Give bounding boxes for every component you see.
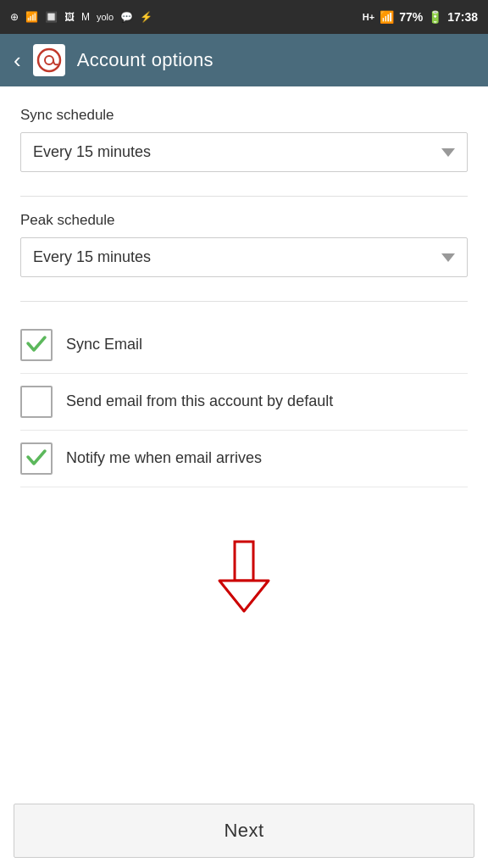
peak-schedule-value: Every 15 minutes <box>33 248 151 266</box>
peak-schedule-chevron-icon <box>441 253 455 262</box>
peak-schedule-section: Peak schedule Every 15 minutes <box>20 212 468 277</box>
send-default-label: Send email from this account by default <box>66 392 333 411</box>
sync-schedule-label: Sync schedule <box>20 107 468 124</box>
status-bar: ⊕ 📶 🔲 🖼 M yolo 💬 ⚡ H+ 📶 77% 🔋 17:38 <box>0 0 488 34</box>
divider-2 <box>20 301 468 302</box>
gmail-icon: M <box>81 11 90 23</box>
notify-email-row[interactable]: Notify me when email arrives <box>20 431 468 487</box>
whatsapp-icon: 💬 <box>120 11 133 23</box>
toolbar: ‹ Account options <box>0 34 488 86</box>
wifi-icon: 📶 <box>25 11 38 23</box>
page-title: Account options <box>77 49 214 71</box>
main-content: Sync schedule Every 15 minutes Peak sche… <box>0 86 488 615</box>
sync-schedule-dropdown[interactable]: Every 15 minutes <box>20 132 468 172</box>
down-arrow-icon <box>214 538 274 615</box>
battery-icon: 🔋 <box>428 10 442 24</box>
next-button-wrap: Next <box>0 797 488 868</box>
image-icon: 🖼 <box>64 11 75 23</box>
sync-email-checkmark-icon <box>25 331 48 359</box>
arrow-annotation <box>20 538 468 615</box>
yolo-icon: yolo <box>97 12 114 22</box>
svg-point-1 <box>45 56 53 64</box>
bluetooth-icon: ⚡ <box>140 11 152 23</box>
peak-schedule-label: Peak schedule <box>20 212 468 229</box>
peak-schedule-dropdown[interactable]: Every 15 minutes <box>20 237 468 277</box>
next-button[interactable]: Next <box>14 804 474 858</box>
send-default-row[interactable]: Send email from this account by default <box>20 374 468 431</box>
back-button[interactable]: ‹ <box>14 49 21 71</box>
sync-schedule-section: Sync schedule Every 15 minutes <box>20 107 468 172</box>
divider-1 <box>20 196 468 197</box>
svg-rect-2 <box>235 542 253 581</box>
email-at-icon <box>36 47 62 73</box>
notification-1-icon: 🔲 <box>45 11 58 23</box>
notify-email-checkmark-icon <box>25 445 48 472</box>
network-type-icon: H+ <box>363 12 374 22</box>
svg-point-0 <box>38 49 60 71</box>
sync-schedule-value: Every 15 minutes <box>33 143 151 161</box>
svg-marker-3 <box>219 581 269 611</box>
account-icon-wrap <box>33 44 65 76</box>
status-bar-left: ⊕ 📶 🔲 🖼 M yolo 💬 ⚡ <box>10 11 152 23</box>
sync-email-row[interactable]: Sync Email <box>20 317 468 374</box>
time-display: 17:38 <box>447 10 478 24</box>
sync-email-checkbox[interactable] <box>20 329 53 361</box>
notify-email-checkbox[interactable] <box>20 442 53 475</box>
battery-percentage: 77% <box>399 10 423 24</box>
send-default-checkbox[interactable] <box>20 386 53 418</box>
sync-schedule-chevron-icon <box>441 148 455 157</box>
notify-email-label: Notify me when email arrives <box>66 448 262 468</box>
status-bar-right: H+ 📶 77% 🔋 17:38 <box>363 10 478 24</box>
signal-bars-icon: 📶 <box>380 10 394 24</box>
sync-email-label: Sync Email <box>66 335 142 354</box>
add-icon: ⊕ <box>10 11 19 23</box>
